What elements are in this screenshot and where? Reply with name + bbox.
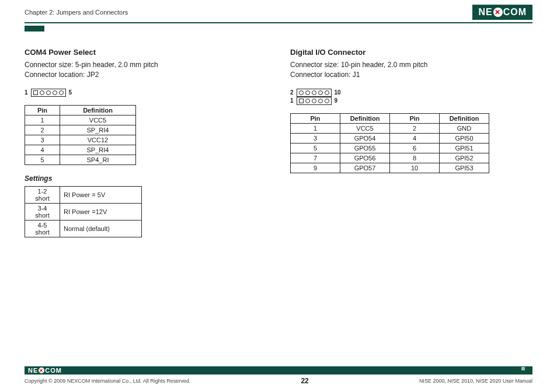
pin-icon (312, 99, 316, 103)
table-row: 1VCC52GND (291, 123, 489, 133)
table-row: 1-2 shortRI Power = 5V (25, 186, 142, 203)
table-row: 4SP_RI4 (25, 145, 136, 155)
table-row: 5SP4_RI (25, 155, 136, 164)
footer-squares-icon (521, 367, 529, 374)
manual-name: NISE 2000, NISE 2010, NISE 2020 User Man… (419, 378, 532, 384)
table-row: 1VCC5 (25, 115, 136, 125)
pin-icon (299, 90, 304, 95)
table-row: 2SP_RI4 (25, 125, 136, 135)
com4-description: Connector size: 5-pin header, 2.0 mm pit… (25, 60, 267, 80)
com4-settings-table: 1-2 shortRI Power = 5V 3-4 shortRI Power… (25, 186, 142, 237)
table-row: 9GPO5710GPI53 (291, 163, 489, 173)
page-number: 22 (301, 377, 308, 385)
footer-bar: NE ✕ COM (25, 366, 532, 374)
pin-icon (40, 90, 44, 95)
table-row: 7GPO568GPI52 (291, 153, 489, 163)
settings-heading: Settings (25, 174, 267, 183)
pin-icon (305, 90, 310, 95)
com4-title: COM4 Power Select (25, 48, 267, 57)
content-area: COM4 Power Select Connector size: 5-pin … (0, 32, 557, 247)
section-tab-mark (25, 26, 44, 32)
dio-title: Digital I/O Connector (290, 48, 532, 57)
footer-text: Copyright © 2009 NEXCOM International Co… (25, 377, 532, 385)
com4-pin-table: PinDefinition 1VCC5 2SP_RI4 3VCC12 4SP_R… (25, 105, 136, 165)
pin-1-icon (299, 99, 304, 103)
logo-x-icon: ✕ (493, 8, 503, 17)
footer-logo: NE ✕ COM (28, 367, 62, 374)
dio-pin-diagram: 2 10 1 9 (290, 89, 532, 105)
logo-x-icon: ✕ (39, 368, 44, 373)
pin-icon (318, 99, 323, 103)
pin-1-icon (33, 90, 38, 95)
pin-icon (325, 90, 329, 95)
dio-pin-table: PinDefinition PinDefinition 1VCC52GND 3G… (290, 113, 489, 173)
pin-icon (305, 99, 310, 103)
table-row: 5GPO556GPI51 (291, 143, 489, 153)
dio-description: Connector size: 10-pin header, 2.0 mm pi… (290, 60, 532, 80)
table-row: 3-4 shortRI Power =12V (25, 203, 142, 220)
chapter-title: Chapter 2: Jumpers and Connectors (25, 9, 128, 16)
pin-icon (325, 99, 329, 103)
table-row: 3GPO544GPI50 (291, 133, 489, 143)
pin-icon (53, 90, 57, 95)
page-header: Chapter 2: Jumpers and Connectors NE ✕ C… (0, 0, 557, 22)
nexcom-logo: NE ✕ COM (472, 5, 532, 20)
table-row: 3VCC12 (25, 135, 136, 145)
pin-icon (59, 90, 64, 95)
table-row: 4-5 shortNormal (default) (25, 220, 142, 237)
com4-pin-diagram: 1 5 (25, 89, 267, 97)
pin-icon (46, 90, 51, 95)
pin-icon (312, 90, 316, 95)
right-column: Digital I/O Connector Connector size: 10… (290, 48, 532, 247)
pin-icon (318, 90, 323, 95)
header-rule (25, 22, 532, 23)
left-column: COM4 Power Select Connector size: 5-pin … (25, 48, 267, 247)
copyright: Copyright © 2009 NEXCOM International Co… (25, 378, 190, 384)
